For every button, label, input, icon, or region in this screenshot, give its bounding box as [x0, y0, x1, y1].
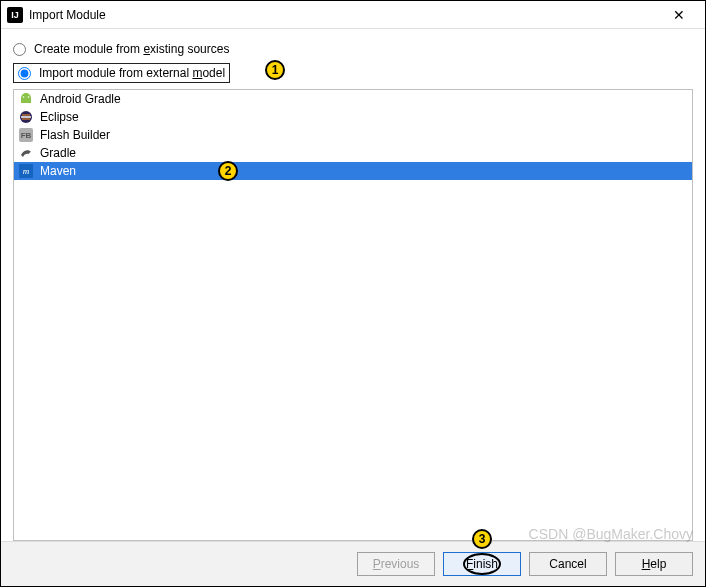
list-item-android-gradle[interactable]: Android Gradle [14, 90, 692, 108]
radio-create-label: Create module from existing sources [34, 42, 229, 56]
list-item-flash-builder[interactable]: FB Flash Builder [14, 126, 692, 144]
list-item-label: Flash Builder [40, 128, 110, 142]
android-icon [18, 91, 34, 107]
app-icon: IJ [7, 7, 23, 23]
titlebar: IJ Import Module ✕ [1, 1, 705, 29]
eclipse-icon [18, 109, 34, 125]
previous-button: Previous [357, 552, 435, 576]
flashbuilder-icon: FB [18, 127, 34, 143]
svg-point-0 [23, 96, 25, 98]
list-item-maven[interactable]: m Maven [14, 162, 692, 180]
external-model-list[interactable]: Android Gradle Eclipse FB Flash Builder … [13, 89, 693, 541]
list-item-label: Maven [40, 164, 76, 178]
svg-text:m: m [23, 166, 30, 176]
radio-create-from-existing[interactable]: Create module from existing sources [13, 39, 693, 59]
list-item-gradle[interactable]: Gradle [14, 144, 692, 162]
radio-create-input[interactable] [13, 43, 26, 56]
dialog-content: Create module from existing sources Impo… [1, 29, 705, 541]
radio-import-input[interactable] [18, 67, 31, 80]
gradle-icon [18, 145, 34, 161]
annotation-badge-1: 1 [265, 60, 285, 80]
svg-point-1 [28, 96, 30, 98]
radio-import-external[interactable]: Import module from external model [13, 63, 230, 83]
annotation-badge-2: 2 [218, 161, 238, 181]
button-bar: Previous Finish 3 Cancel Help CSDN @BugM… [1, 541, 705, 586]
window-title: Import Module [29, 8, 659, 22]
list-item-label: Eclipse [40, 110, 79, 124]
help-button[interactable]: Help [615, 552, 693, 576]
list-item-label: Gradle [40, 146, 76, 160]
annotation-badge-3: 3 [472, 529, 492, 549]
maven-icon: m [18, 163, 34, 179]
cancel-button[interactable]: Cancel [529, 552, 607, 576]
list-item-label: Android Gradle [40, 92, 121, 106]
svg-text:FB: FB [21, 131, 32, 140]
list-item-eclipse[interactable]: Eclipse [14, 108, 692, 126]
radio-import-label: Import module from external model [39, 66, 225, 80]
close-button[interactable]: ✕ [659, 3, 699, 27]
finish-button[interactable]: Finish 3 [443, 552, 521, 576]
